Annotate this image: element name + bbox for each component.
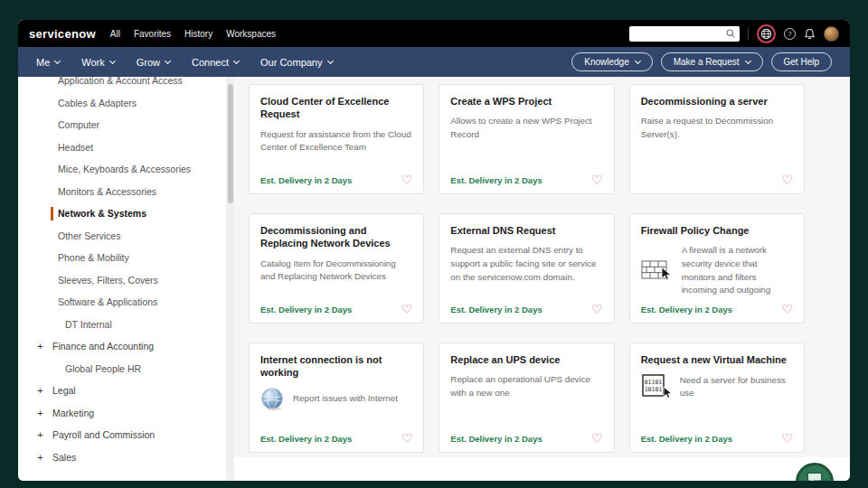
card-description: Replace an operational UPS device with a… bbox=[450, 373, 602, 399]
globe-icon bbox=[260, 387, 285, 411]
est-delivery-label: Est. Delivery in 2 Days bbox=[641, 434, 732, 444]
sidebar-item-finance-and-accounting[interactable]: + Finance and Accounting bbox=[18, 335, 226, 358]
get-help-button[interactable]: Get Help bbox=[771, 52, 832, 71]
favorite-heart-icon[interactable]: ♡ bbox=[591, 174, 603, 186]
sidebar-item-other-services[interactable]: Other Services bbox=[18, 225, 226, 248]
card-title[interactable]: Decommissioning a server bbox=[641, 95, 793, 108]
sidebar-item-label: Cables & Adapters bbox=[58, 98, 137, 108]
sidebar-item-global-people-hr[interactable]: Global People HR bbox=[18, 358, 226, 380]
sidebar-item-computer[interactable]: Computer bbox=[18, 114, 226, 136]
sidebar-list: Application & Account Access Cables & Ad… bbox=[18, 77, 226, 468]
favorite-heart-icon[interactable]: ♡ bbox=[401, 432, 413, 445]
sidebar-item-cables-adapters[interactable]: Cables & Adapters bbox=[18, 92, 226, 115]
favorite-heart-icon[interactable]: ♡ bbox=[781, 432, 793, 445]
chevron-down-icon bbox=[233, 57, 240, 63]
est-delivery-label: Est. Delivery in 2 Days bbox=[450, 305, 542, 314]
menu-item-label: Our Company bbox=[260, 57, 322, 68]
card-description: Allows to create a new WPS Project Recor… bbox=[450, 115, 602, 141]
card-title[interactable]: Firewall Policy Change bbox=[641, 224, 793, 237]
card-description: Catalog Item for Decommissioning and Rep… bbox=[260, 258, 412, 284]
sidebar-item-sleeves-filters-covers[interactable]: Sleeves, Filters, Covers bbox=[18, 269, 226, 292]
sidebar-item-dt-internal[interactable]: DT Internal bbox=[18, 314, 226, 336]
sidebar-item-software-applications[interactable]: Software & Applications bbox=[18, 291, 226, 314]
sidebar-item-payroll-and-commission[interactable]: + Payroll and Commission bbox=[18, 424, 226, 446]
sidebar-item-label: Finance and Accounting bbox=[52, 341, 154, 352]
catalog-main: Cloud Center of Excellence Request Reque… bbox=[234, 77, 850, 481]
card-request-a-new-virtual-machine[interactable]: Request a new Virtual Machine 01101 1010… bbox=[629, 343, 805, 453]
knowledge-button[interactable]: Knowledge bbox=[571, 52, 652, 71]
favorite-heart-icon[interactable]: ♡ bbox=[781, 303, 793, 315]
menu-connect[interactable]: Connect bbox=[192, 57, 239, 68]
sidebar-item-label: Computer bbox=[58, 119, 99, 130]
scrollbar-thumb[interactable] bbox=[228, 84, 233, 203]
topnav-all[interactable]: All bbox=[110, 29, 120, 39]
sidebar-item-application-account-access[interactable]: Application & Account Access bbox=[18, 77, 226, 92]
card-title[interactable]: Create a WPS Project bbox=[450, 95, 602, 108]
chevron-down-icon bbox=[744, 57, 750, 63]
favorite-heart-icon[interactable]: ♡ bbox=[591, 303, 603, 315]
sidebar-item-label: Mice, Keyboards & Accessories bbox=[58, 164, 191, 174]
svg-text:01101: 01101 bbox=[644, 379, 662, 386]
topnav-history[interactable]: History bbox=[184, 29, 212, 39]
card-footer: Est. Delivery in 2 Days ♡ bbox=[260, 168, 412, 186]
make-a-request-button[interactable]: Make a Request bbox=[661, 52, 763, 71]
cards-grid: Cloud Center of Excellence Request Reque… bbox=[249, 84, 805, 453]
sidebar-item-marketing[interactable]: + Marketing bbox=[18, 402, 226, 425]
card-description: A firewall is a network security device … bbox=[682, 244, 793, 297]
card-body: Request for assistance from the Cloud Ce… bbox=[260, 128, 412, 155]
card-external-dns-request[interactable]: External DNS Request Request an external… bbox=[439, 213, 614, 324]
topnav-favorites[interactable]: Favorites bbox=[134, 29, 171, 39]
sidebar-item-network-systems[interactable]: Network & Systems bbox=[18, 202, 226, 225]
menu-me[interactable]: Me bbox=[36, 57, 60, 68]
card-footer: Est. Delivery in 2 Days ♡ bbox=[450, 297, 602, 315]
card-cloud-center-of-excellence-request[interactable]: Cloud Center of Excellence Request Reque… bbox=[249, 84, 424, 194]
favorite-heart-icon[interactable]: ♡ bbox=[781, 174, 793, 186]
search-input[interactable] bbox=[634, 29, 722, 38]
est-delivery-label: Est. Delivery in 2 Days bbox=[641, 305, 732, 314]
card-title[interactable]: Request a new Virtual Machine bbox=[641, 353, 793, 366]
card-title[interactable]: Cloud Center of Excellence Request bbox=[260, 95, 412, 121]
sidebar-item-phone-mobility[interactable]: Phone & Mobility bbox=[18, 247, 226, 269]
sidebar-item-label: Global People HR bbox=[65, 363, 141, 374]
sidebar-item-headset[interactable]: Headset bbox=[18, 136, 226, 159]
card-decommissioning-and-replacing-network-devices[interactable]: Decommissioning and Replacing Network De… bbox=[249, 213, 424, 324]
card-create-a-wps-project[interactable]: Create a WPS Project Allows to create a … bbox=[439, 84, 614, 194]
menu-our-company[interactable]: Our Company bbox=[260, 57, 332, 68]
menu-grow[interactable]: Grow bbox=[137, 57, 170, 68]
card-firewall-policy-change[interactable]: Firewall Policy Change A firewall is a n… bbox=[629, 213, 805, 324]
user-avatar[interactable] bbox=[824, 26, 839, 42]
notifications-bell-icon[interactable] bbox=[804, 28, 816, 40]
favorite-heart-icon[interactable]: ♡ bbox=[401, 174, 413, 186]
card-body: Replace an operational UPS device with a… bbox=[450, 373, 602, 399]
topbar: servicenow AllFavoritesHistoryWorkspaces… bbox=[18, 20, 850, 47]
plus-icon: + bbox=[36, 341, 44, 352]
card-internet-connection-is-not-working[interactable]: Internet connection is not working Repor… bbox=[249, 343, 424, 453]
favorite-heart-icon[interactable]: ♡ bbox=[401, 303, 413, 315]
topbar-nav: AllFavoritesHistoryWorkspaces bbox=[110, 29, 276, 39]
favorite-heart-icon[interactable]: ♡ bbox=[591, 432, 603, 445]
sidebar-item-label: Software & Applications bbox=[58, 296, 157, 307]
plus-icon: + bbox=[36, 429, 44, 440]
card-title[interactable]: Internet connection is not working bbox=[260, 353, 412, 380]
sidebar-item-label: Monitors & Accessories bbox=[58, 186, 156, 197]
card-decommissioning-a-server[interactable]: Decommissioning a server Raise a request… bbox=[629, 84, 805, 194]
card-title[interactable]: Replace an UPS device bbox=[450, 353, 602, 366]
sidebar-scrollbar[interactable] bbox=[226, 77, 234, 481]
card-title[interactable]: Decommissioning and Replacing Network De… bbox=[260, 224, 412, 250]
globe-icon[interactable] bbox=[757, 24, 776, 43]
sidebar-item-legal[interactable]: + Legal bbox=[18, 380, 226, 402]
topnav-workspaces[interactable]: Workspaces bbox=[226, 29, 276, 39]
card-footer: Est. Delivery in 2 Days ♡ bbox=[450, 427, 602, 445]
est-delivery-label: Est. Delivery in 2 Days bbox=[450, 175, 542, 185]
sidebar-item-sales[interactable]: + Sales bbox=[18, 446, 226, 469]
card-footer: Est. Delivery in 2 Days ♡ bbox=[641, 297, 793, 315]
action-button-label: Get Help bbox=[784, 57, 819, 67]
global-search[interactable] bbox=[629, 26, 740, 42]
card-replace-an-ups-device[interactable]: Replace an UPS device Replace an operati… bbox=[439, 343, 614, 453]
sidebar-item-monitors-accessories[interactable]: Monitors & Accessories bbox=[18, 181, 226, 203]
menu-work[interactable]: Work bbox=[81, 57, 114, 68]
sidebar-item-mice-keyboards-accessories[interactable]: Mice, Keyboards & Accessories bbox=[18, 158, 226, 181]
servicenow-logo: servicenow bbox=[29, 27, 96, 41]
card-title[interactable]: External DNS Request bbox=[450, 224, 602, 237]
help-icon[interactable]: ? bbox=[784, 28, 796, 40]
